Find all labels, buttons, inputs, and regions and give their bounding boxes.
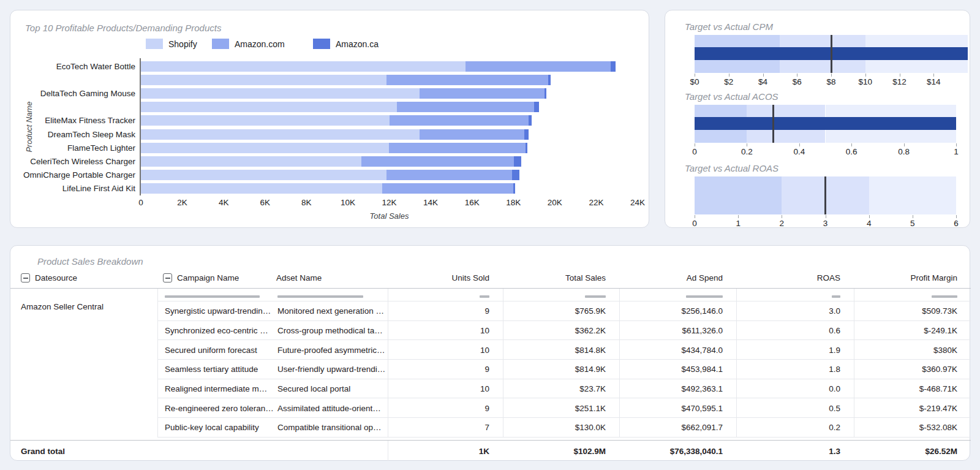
grand-total-label: Grand total (21, 447, 65, 456)
cell-units-sold: 9 (484, 403, 489, 412)
bar-row: DeltaTech Gaming Mouse (10, 86, 638, 100)
grand-total-roas: 1.3 (829, 447, 840, 456)
column-header-adset-name[interactable]: Adset Name (276, 273, 322, 282)
bullet-chart: Target vs Actual ACOS00.20.40.60.81 (665, 91, 970, 157)
bar-segment-amazon-ca[interactable] (548, 75, 550, 85)
bar-segment-amazon-com[interactable] (361, 156, 514, 167)
bar-segment-amazon-ca[interactable] (534, 102, 539, 112)
column-header-datesource[interactable]: Datesource (21, 273, 77, 282)
bar-segment-amazon-ca[interactable] (512, 170, 519, 180)
bar-segment-amazon-ca[interactable] (529, 115, 532, 126)
axis-tick-label: 0 (692, 147, 697, 156)
bar-segment-shopify[interactable] (140, 143, 389, 153)
cell-campaign-name: Secured uniform forecast (165, 345, 257, 354)
column-separator (854, 289, 854, 438)
bar-segment-amazon-ca[interactable] (513, 183, 515, 194)
table-row[interactable]: Public-key local capabilityCompatible tr… (158, 418, 971, 438)
table-row[interactable]: Seamless tertiary attitudeUser-friendly … (158, 360, 971, 379)
bar-segment-amazon-com[interactable] (397, 102, 534, 112)
column-header-units-sold[interactable]: Units Sold (451, 273, 489, 282)
bar-segment-shopify[interactable] (140, 129, 420, 140)
datesource-group-value[interactable]: Amazon Seller Central (21, 302, 104, 311)
bullet-chart: Target vs Actual CPM$0$2$4$6$8$10$12$14 (665, 21, 970, 88)
bar-segment-shopify[interactable] (140, 115, 390, 126)
bullet-axis: $0$2$4$6$8$10$12$14 (695, 73, 968, 88)
bar-category-label: LifeLine First Aid Kit (10, 184, 140, 193)
bar-segment-shopify[interactable] (140, 183, 382, 194)
table-row[interactable]: Realigned intermediate m…Secured local p… (158, 379, 971, 399)
bullet-track[interactable] (695, 35, 968, 73)
collapse-icon[interactable] (21, 273, 30, 282)
legend-item-amazon-com[interactable]: Amazon.com (212, 39, 285, 49)
bar-segment-shopify[interactable] (140, 102, 397, 112)
bar-segment-shopify[interactable] (140, 61, 466, 72)
axis-tick-label: $0 (690, 77, 699, 86)
bar-category-label: DeltaTech Gaming Mouse (10, 89, 140, 98)
x-axis-tick-label: 2K (177, 198, 187, 207)
bar-segment-amazon-com[interactable] (420, 129, 524, 140)
table-title: Product Sales Breakdown (37, 256, 143, 267)
bar-segment-amazon-ca[interactable] (611, 61, 616, 72)
cell-total-sales: $765.9K (575, 306, 606, 316)
bar-row (10, 73, 638, 86)
bar-segment-amazon-ca[interactable] (526, 143, 527, 153)
bar-segment-amazon-ca[interactable] (545, 88, 546, 99)
amazon-ca-swatch (313, 39, 330, 49)
axis-tick-mark (956, 143, 957, 146)
cell-profit-margin: $-532.08K (919, 423, 957, 432)
dashboard-page: Top 10 Profitable Products/Demanding Pro… (0, 0, 980, 470)
column-header-label: Profit Margin (910, 273, 957, 282)
bar-segment-amazon-com[interactable] (466, 61, 611, 72)
column-header-campaign-name[interactable]: Campaign Name (163, 273, 239, 282)
bar-row: FlameTech Lighter (10, 141, 638, 154)
cell-adset-name: Monitored next generation … (277, 306, 384, 316)
cell-profit-margin: $-468.71K (919, 384, 957, 393)
axis-tick-label: $8 (826, 77, 835, 86)
bar-segment-amazon-ca[interactable] (514, 156, 521, 167)
cell-profit-margin: $-249.1K (924, 326, 957, 335)
cell-profit-margin: $-219.47K (919, 403, 957, 412)
axis-tick-label: $12 (892, 77, 907, 86)
column-header-ad-spend[interactable]: Ad Spend (687, 273, 723, 282)
cell-roas: 0.0 (829, 384, 840, 393)
cell-units-sold: 9 (484, 365, 489, 374)
axis-tick-mark (729, 74, 729, 77)
bullet-chart-title: Target vs Actual CPM (685, 21, 970, 32)
collapse-icon[interactable] (163, 273, 172, 282)
legend-item-shopify[interactable]: Shopify (146, 39, 197, 49)
axis-tick-label: 0 (692, 219, 697, 228)
cell-adset-name: User-friendly upward-trendi… (277, 365, 385, 374)
cell-campaign-name: Realigned intermediate m… (165, 384, 267, 393)
table-row[interactable]: Re-engineered zero toleran…Assimilated a… (158, 398, 971, 418)
shopify-swatch (146, 39, 163, 49)
bar-segment-amazon-com[interactable] (389, 143, 526, 153)
bullet-track[interactable] (695, 105, 956, 143)
bar-segment-shopify[interactable] (140, 75, 386, 85)
bullet-track[interactable] (695, 176, 956, 214)
bar-segment-amazon-com[interactable] (390, 115, 529, 126)
table-row[interactable]: Secured uniform forecastFuture-proofed a… (158, 340, 971, 360)
cell-adset-name: Assimilated attitude-orient… (277, 403, 381, 412)
bar-segment-shopify[interactable] (140, 156, 361, 167)
bar-segment-amazon-com[interactable] (382, 183, 513, 194)
legend-item-amazon-ca[interactable]: Amazon.ca (313, 39, 379, 49)
axis-tick-label: 4 (867, 219, 872, 228)
bar-segment-shopify[interactable] (140, 170, 386, 180)
bar-segment-shopify[interactable] (140, 88, 420, 99)
table-row[interactable]: Synergistic upward-trendin…Monitored nex… (158, 301, 971, 321)
column-header-roas[interactable]: ROAS (817, 273, 840, 282)
bar-segment-amazon-com[interactable] (386, 75, 548, 85)
bar-segment-amazon-com[interactable] (420, 88, 544, 99)
bullet-target-marker (772, 105, 774, 143)
table-row[interactable]: Synchronized eco-centric …Cross-group me… (158, 321, 971, 341)
clipped-row-text-sliver (932, 295, 957, 298)
column-header-total-sales[interactable]: Total Sales (565, 273, 606, 282)
bar-segment-amazon-ca[interactable] (524, 129, 529, 140)
bar-category-label: OmniCharge Portable Charger (10, 170, 140, 180)
column-header-profit-margin[interactable]: Profit Margin (910, 273, 957, 282)
x-axis-tick-label: 8K (301, 198, 312, 207)
table-header-row: DatesourceCampaign NameAdset NameUnits S… (10, 270, 971, 289)
axis-tick-label: 1 (736, 219, 741, 228)
bar-track (140, 115, 638, 126)
bar-segment-amazon-com[interactable] (386, 170, 512, 180)
